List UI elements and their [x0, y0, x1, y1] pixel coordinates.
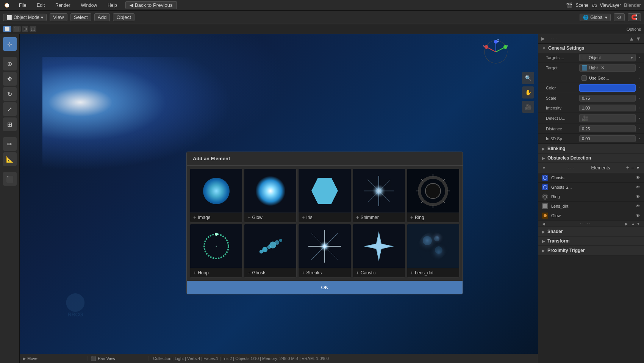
- iris-thumb: [299, 169, 350, 213]
- move-tool-icon[interactable]: ✥: [3, 72, 17, 86]
- workspace-icon-3[interactable]: ⊞: [22, 26, 28, 32]
- menu-help[interactable]: Help: [105, 2, 119, 9]
- hand-icon[interactable]: ✋: [522, 86, 534, 99]
- menu-file[interactable]: File: [17, 2, 28, 9]
- blinking-header[interactable]: ▶ Blinking: [538, 144, 644, 153]
- options-button[interactable]: Options: [627, 27, 641, 31]
- use-geo-text: Use Geo...: [589, 76, 609, 80]
- element-card-glow[interactable]: + Glow: [244, 169, 297, 222]
- transform-tool-icon[interactable]: ⊞: [3, 117, 17, 131]
- element-card-lensdirt[interactable]: + Lens_dirt: [407, 224, 460, 278]
- element-item-glow[interactable]: Glow 👁: [538, 211, 644, 221]
- annotate-tool-icon[interactable]: ✏: [3, 137, 17, 151]
- viewlayer-icon: 🗂: [592, 2, 597, 8]
- element-card-iris[interactable]: + Iris: [298, 169, 351, 222]
- elements-scroll-down2[interactable]: ▼: [636, 222, 640, 226]
- view-button[interactable]: View: [50, 13, 67, 21]
- measure-tool-icon[interactable]: 📐: [3, 152, 17, 166]
- detect-b-input[interactable]: 🎥: [579, 114, 636, 122]
- transform-header[interactable]: ▶ Transform: [538, 236, 644, 246]
- distance-dot: ·: [639, 125, 640, 132]
- global-icon: 🌐: [583, 15, 589, 20]
- object-button[interactable]: Object: [113, 13, 134, 21]
- ok-button[interactable]: OK: [187, 281, 463, 294]
- panel-scroll-down[interactable]: ▼: [636, 36, 641, 42]
- proximity-trigger-header[interactable]: ▶ Proximity Trigger: [538, 246, 644, 255]
- element-item-lensdirt[interactable]: Lens_dirt 👁: [538, 202, 644, 211]
- menu-window[interactable]: Window: [78, 2, 99, 9]
- panel-collapse-arrow[interactable]: ▶: [541, 36, 545, 41]
- glow-item-name: Glow: [551, 213, 633, 218]
- panel-scroll-controls: ▲ ▼: [629, 36, 641, 42]
- svg-rect-53: [543, 204, 547, 208]
- elements-collapse-arrow: ▼: [542, 166, 546, 170]
- streaks-label: + Streaks: [299, 268, 350, 277]
- glow-plus-icon: +: [247, 214, 250, 221]
- workspace-icon-1[interactable]: ⬜: [3, 26, 11, 32]
- target-dropdown[interactable]: Light ✕: [579, 64, 636, 72]
- element-card-caustic[interactable]: + Caustic: [353, 224, 405, 278]
- axes-widget[interactable]: Z Y X: [483, 39, 509, 65]
- ghosts1-icon: [542, 175, 548, 181]
- zoom-icon[interactable]: 🔍: [522, 72, 534, 84]
- obstacles-header[interactable]: ▶ Obstacles Detection: [538, 153, 644, 163]
- element-item-ghosts2[interactable]: Ghosts S... 👁: [538, 183, 644, 192]
- viewport[interactable]: ⬤ RRCG Z Y X 🔍 ✋: [20, 34, 538, 363]
- select-tool-icon[interactable]: ⊹: [3, 37, 17, 51]
- glow-visibility-icon[interactable]: 👁: [636, 213, 640, 218]
- ghosts-thumb: [244, 224, 296, 268]
- global-dropdown[interactable]: 🌐 Global ▾: [580, 14, 611, 21]
- ghosts1-visibility-icon[interactable]: 👁: [636, 175, 640, 180]
- color-picker[interactable]: [579, 84, 636, 92]
- targets-dropdown[interactable]: Object ▾: [579, 54, 636, 61]
- scale-input[interactable]: 0.75: [579, 95, 636, 102]
- object-mode-dropdown[interactable]: ⬜ Object Mode ▾: [3, 14, 47, 21]
- menu-render[interactable]: Render: [53, 2, 72, 9]
- left-tools-panel: ⊹ ⊕ ✥ ↻ ⤢ ⊞ ✏ 📐 ⬛: [0, 34, 20, 363]
- lensdirt-visibility-icon[interactable]: 👁: [636, 203, 640, 209]
- intensity-input[interactable]: 1.00: [579, 105, 636, 111]
- distance-input[interactable]: 0.25: [579, 125, 636, 132]
- use-geo-value[interactable]: Use Geo...: [579, 75, 636, 81]
- back-to-previous-button[interactable]: ◀ Back to Previous: [125, 1, 177, 9]
- scale-tool-icon[interactable]: ⤢: [3, 102, 17, 116]
- snap-button[interactable]: 🧲: [628, 13, 641, 21]
- camera-icon[interactable]: 🎥: [522, 101, 534, 113]
- elements-move-down-button[interactable]: ▼: [636, 166, 640, 170]
- workspace-icon-4[interactable]: ⬚: [30, 26, 36, 32]
- general-settings-header[interactable]: ▼ General Settings: [538, 44, 644, 53]
- elements-scroll-up2[interactable]: ▲: [631, 222, 635, 226]
- ghosts2-visibility-icon[interactable]: 👁: [636, 185, 640, 190]
- rotate-tool-icon[interactable]: ↻: [3, 87, 17, 101]
- workspace-icon-2[interactable]: ⬛: [13, 26, 21, 32]
- element-card-hoop[interactable]: + Hoop: [190, 224, 242, 278]
- panel-scroll-up[interactable]: ▲: [629, 36, 634, 42]
- ring-visibility-icon[interactable]: 👁: [636, 194, 640, 199]
- ghosts-preview: [253, 229, 288, 263]
- in3d-input[interactable]: 0.00: [579, 135, 636, 142]
- elements-remove-button[interactable]: −: [631, 165, 634, 171]
- add-cube-tool-icon[interactable]: ⬛: [3, 172, 17, 186]
- shader-header[interactable]: ▶ Shader: [538, 227, 644, 236]
- proportional-edit-button[interactable]: ⊙: [614, 13, 625, 21]
- cursor-tool-icon[interactable]: ⊕: [3, 57, 17, 70]
- elements-scroll-right[interactable]: ▶: [625, 222, 628, 226]
- element-card-shimmer[interactable]: + Shimmer: [353, 169, 405, 222]
- add-button[interactable]: Add: [94, 13, 110, 21]
- svg-text:Y: Y: [506, 44, 508, 48]
- select-button[interactable]: Select: [70, 13, 91, 21]
- elements-scroll-left[interactable]: ◀: [542, 222, 545, 226]
- lensdirt-label: + Lens_dirt: [407, 268, 459, 277]
- element-card-streaks[interactable]: + Streaks: [298, 224, 351, 278]
- element-item-ring[interactable]: Ring 👁: [538, 192, 644, 202]
- menu-edit[interactable]: Edit: [34, 2, 47, 9]
- element-card-ghosts[interactable]: + Ghosts: [244, 224, 297, 278]
- element-item-ghosts1[interactable]: Ghosts 👁: [538, 173, 644, 183]
- element-card-image[interactable]: + Image: [190, 169, 242, 222]
- use-geo-checkbox[interactable]: [581, 75, 587, 81]
- elements-add-button[interactable]: +: [626, 165, 630, 171]
- element-card-ring[interactable]: + Ring: [407, 169, 460, 222]
- ring-item-name: Ring: [551, 194, 633, 199]
- app-title: Blender: [624, 3, 641, 8]
- target-close-icon[interactable]: ✕: [601, 65, 605, 70]
